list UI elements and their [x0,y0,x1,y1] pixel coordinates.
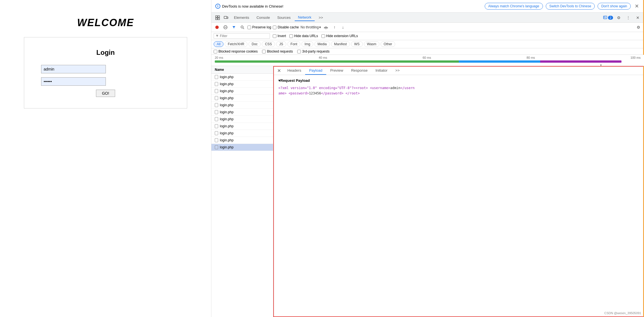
filter-funnel-button[interactable] [231,24,237,31]
xml-username-close: ame> [278,91,287,95]
list-item[interactable]: login.php [211,95,273,102]
settings-gear-icon[interactable]: ⚙ [615,14,623,22]
type-pill-ws[interactable]: WS [351,41,363,47]
network-signal-icon[interactable] [323,24,329,31]
record-button[interactable] [214,24,220,31]
tab-more-chevron[interactable]: >> [315,14,326,21]
inspect-element-icon[interactable] [214,14,222,22]
list-item[interactable]: login.php [211,123,273,130]
switch-to-chinese-button[interactable]: Switch DevTools to Chinese [546,3,595,10]
list-item[interactable]: login.php [211,130,273,137]
detail-tab-headers[interactable]: Headers [283,67,305,75]
tab-console[interactable]: Console [253,14,273,21]
xml-username-value: admin [390,86,400,90]
username-input[interactable] [41,65,106,73]
dont-show-again-button[interactable]: Don't show again [598,3,631,10]
info-icon: i [215,4,220,9]
name-list: Name login.phplogin.phplogin.phplogin.ph… [211,66,273,317]
detail-tab-payload[interactable]: Payload [305,67,326,75]
file-icon [215,131,218,135]
timeline-labels: 20 ms40 ms60 ms80 ms100 ms [214,56,642,59]
timeline-label: 80 ms [527,56,535,59]
notification-message: DevTools is now available in Chinese! [222,4,283,8]
throttle-dropdown[interactable]: No throttling ▾ [301,25,321,29]
list-item[interactable]: login.php [211,109,273,116]
file-name: login.php [220,131,234,135]
file-icon [215,75,218,79]
detail-tab-response[interactable]: Response [347,67,372,75]
request-payload-title: ▾Request Payload [278,78,639,83]
payload-xml: <?xml version="1.0" encoding="UTF-8"?><r… [278,85,639,96]
hide-extension-urls-checkbox[interactable]: Hide extension URLs [321,34,358,38]
tab-sources[interactable]: Sources [274,14,294,21]
xml-password-open: <password> [289,91,309,95]
devtools-close-icon[interactable]: ✕ [634,14,642,22]
type-pill-css[interactable]: CSS [262,41,275,47]
file-name: login.php [220,110,234,114]
type-pill-other[interactable]: Other [381,41,395,47]
type-pill-wasm[interactable]: Wasm [364,41,380,47]
filter-icon [216,34,219,38]
invert-checkbox[interactable]: Invert [273,34,286,38]
notification-close-button[interactable]: ✕ [634,3,640,9]
svg-point-14 [326,28,327,29]
message-badge-area[interactable]: 2 [603,16,613,20]
filter-row: Invert Hide data URLs Hide extension URL… [211,32,644,40]
more-options-icon[interactable]: ⋮ [624,14,632,22]
password-input[interactable] [41,77,106,86]
type-pill-all[interactable]: All [214,41,223,47]
list-item[interactable]: login.php [211,116,273,123]
type-pill-doc[interactable]: Doc [249,41,261,47]
type-pill-img[interactable]: Img [301,41,313,47]
network-settings-icon[interactable]: ⚙ [635,24,642,31]
preserve-log-checkbox[interactable]: Preserve log [247,25,271,29]
file-icon [215,96,218,100]
list-item[interactable]: login.php [211,137,273,144]
svg-point-9 [215,26,219,29]
detail-tab->>[interactable]: >> [392,67,404,75]
svg-rect-6 [603,16,607,19]
timeline-label: 100 ms [630,56,641,59]
detail-tab-initiator[interactable]: Initiator [372,67,392,75]
message-count-badge: 2 [608,16,613,20]
import-icon[interactable]: ↓ [339,24,346,31]
list-item[interactable]: login.php [211,88,273,95]
file-icon [215,103,218,107]
file-icon [215,138,218,142]
blocked-requests-checkbox[interactable]: Blocked requests [262,49,293,53]
xml-tag-declaration: <?xml version="1.0" encoding="UTF-8"?> [278,86,356,90]
devtools-tab-bar: Elements Console Sources Network >> 2 ⚙ … [211,13,644,23]
search-button[interactable] [239,24,246,31]
always-match-button[interactable]: Always match Chrome's language [485,3,543,10]
go-button[interactable]: GO! [96,90,115,97]
list-item[interactable]: login.php [211,74,273,81]
detail-close-button[interactable]: ✕ [276,67,282,74]
responsive-icon[interactable] [222,14,230,22]
file-name: login.php [220,96,234,100]
tab-network[interactable]: Network [295,14,315,21]
list-item[interactable]: login.php [211,102,273,109]
disable-cache-checkbox[interactable]: Disable cache [273,25,299,29]
type-pill-manifest[interactable]: Manifest [331,41,350,47]
svg-rect-0 [216,16,217,17]
filter-input[interactable] [220,34,268,38]
type-pill-fetch/xhr[interactable]: Fetch/XHR [225,41,247,47]
clear-button[interactable] [222,24,229,31]
filter-checks: Invert Hide data URLs Hide extension URL… [273,34,358,38]
list-item[interactable]: login.php [211,81,273,88]
devtools-panel: i DevTools is now available in Chinese! … [211,0,644,317]
file-name: login.php [220,89,234,93]
hide-data-urls-checkbox[interactable]: Hide data URLs [289,34,318,38]
login-box: Login GO! [24,37,187,108]
blocked-cookies-checkbox[interactable]: Blocked response cookies [214,49,258,53]
devtools-notification: i DevTools is now available in Chinese! … [211,0,644,13]
type-pill-media[interactable]: Media [314,41,330,47]
type-pill-font[interactable]: Font [287,41,300,47]
detail-tab-preview[interactable]: Preview [326,67,347,75]
export-icon[interactable]: ↑ [331,24,338,31]
type-pill-js[interactable]: JS [276,41,286,47]
tab-elements[interactable]: Elements [231,14,252,21]
third-party-checkbox[interactable]: 3rd-party requests [297,49,329,53]
list-item[interactable]: login.php [211,144,273,151]
throttle-chevron-icon: ▾ [319,25,321,29]
